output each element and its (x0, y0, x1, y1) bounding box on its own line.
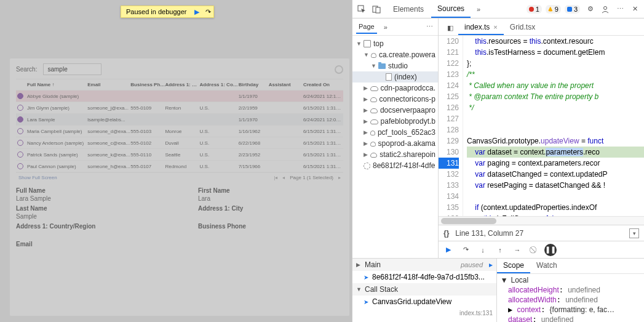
column-header[interactable]: Address 1: City (165, 82, 199, 87)
column-header[interactable]: Email (87, 82, 130, 87)
tree-item[interactable]: ▶docserverpaapro (352, 105, 438, 116)
column-header[interactable]: Created On (303, 82, 342, 87)
line-number[interactable]: 132 (439, 169, 459, 180)
table-row[interactable]: Paul Cannon (sample)someone_h@exa...555-… (16, 161, 343, 172)
navigator-tab-page[interactable]: Page (356, 20, 377, 34)
column-header[interactable]: Birthday (239, 82, 269, 87)
code-line[interactable]: CanvasGrid.prototype.updateView = funct (467, 135, 644, 147)
threads-section[interactable]: ▶ Main paused ▸ (352, 259, 496, 271)
tab-scope[interactable]: Scope (497, 259, 530, 273)
column-header[interactable]: Address 1: Coun... (200, 82, 239, 87)
scope-variable[interactable]: allocatedHeight: undefined (499, 285, 642, 295)
code-line[interactable]: * @param context The entire property b (467, 91, 644, 102)
step-into-icon[interactable]: ↓ (475, 243, 490, 257)
line-number[interactable]: 120 (439, 36, 459, 47)
line-number[interactable]: 123 (439, 69, 459, 80)
code-line[interactable]: }; (467, 58, 644, 69)
page-prev-icon[interactable]: ◂ (282, 175, 285, 180)
code-line[interactable]: this.isTestHarness = document.getElem (467, 47, 644, 58)
line-number[interactable]: 127 (439, 113, 459, 124)
line-number[interactable]: 125 (439, 91, 459, 102)
line-number[interactable]: 128 (439, 124, 459, 135)
column-header[interactable]: Business Phone (130, 82, 165, 87)
line-number[interactable]: 133 (439, 180, 459, 191)
line-number[interactable]: 130 (439, 147, 459, 158)
scope-variable[interactable]: allocatedWidth: undefined (499, 295, 642, 305)
search-input[interactable] (43, 63, 101, 75)
resume-button[interactable]: ▶ (191, 6, 202, 17)
row-selector-icon[interactable] (17, 128, 23, 134)
code-line[interactable] (467, 191, 644, 202)
callstack-section[interactable]: ▼ Call Stack (352, 283, 496, 296)
row-selector-icon[interactable] (17, 116, 23, 123)
close-devtools-icon[interactable]: ✕ (628, 2, 642, 16)
navigator-more-icon[interactable]: » (381, 20, 391, 34)
step-icon[interactable]: → (510, 243, 525, 257)
thread-item[interactable]: ➤ 8e681f2f-418f-4dfe-9a7d-d15fb3... (352, 271, 496, 283)
horizontal-scrollbar[interactable] (439, 216, 644, 225)
pretty-print-icon[interactable]: {} (443, 229, 449, 238)
thread-next-icon[interactable]: ▸ (489, 260, 493, 269)
table-row[interactable]: Lara Samplelsample@elabs...1/1/19706/24/… (16, 114, 343, 126)
file-tab[interactable]: Grid.tsx (504, 20, 541, 35)
disclosure-icon[interactable]: ▶ (364, 151, 368, 158)
disclosure-icon[interactable]: ▼ (356, 41, 361, 47)
close-tab-icon[interactable]: × (493, 23, 497, 31)
table-row[interactable]: Jim Glynn (sample)someone_j@exa...555-01… (16, 102, 343, 114)
issue-counts[interactable]: 1 9 3 (527, 5, 580, 14)
line-number[interactable]: 124 (439, 80, 459, 91)
settings-icon[interactable]: ⚙ (584, 2, 597, 16)
deactivate-breakpoints-icon[interactable]: ⃠ (527, 243, 542, 257)
disclosure-icon[interactable]: ▶ (364, 85, 368, 91)
tree-item[interactable]: ▼studio (352, 60, 438, 71)
resume-script-icon[interactable]: ▶ (441, 243, 456, 257)
line-number[interactable]: 122 (439, 58, 459, 69)
line-number[interactable]: 121 (439, 47, 459, 58)
tree-item[interactable]: ▶pcf_tools_652ac3 (352, 127, 438, 138)
tree-item[interactable]: ▼top (352, 38, 438, 49)
row-selector-icon[interactable] (17, 93, 23, 99)
line-number[interactable]: 129 (439, 135, 459, 147)
line-number[interactable]: 126 (439, 102, 459, 113)
code-line[interactable]: /** (467, 69, 644, 80)
account-icon[interactable] (598, 2, 612, 16)
column-header[interactable]: Assistant (269, 82, 303, 87)
disclosure-icon[interactable]: ▶ (364, 107, 368, 113)
coverage-toggle-icon[interactable]: ▾ (629, 228, 639, 238)
tab-elements[interactable]: Elements (387, 1, 430, 17)
file-tab[interactable]: index.ts× (458, 20, 504, 35)
step-over-icon[interactable]: ↷ (458, 243, 473, 257)
pause-on-exceptions-icon[interactable]: ❚❚ (544, 244, 557, 256)
step-over-button[interactable]: ↷ (202, 6, 213, 17)
disclosure-icon[interactable]: ▶ (364, 118, 368, 124)
row-selector-icon[interactable] (17, 163, 23, 169)
tree-item[interactable]: ▶connectoricons-p (352, 94, 438, 105)
row-selector-icon[interactable] (17, 151, 23, 158)
inspect-icon[interactable] (355, 2, 368, 16)
scope-variable[interactable]: ▶ context: {formatting: e, fac… (499, 305, 642, 315)
code-line[interactable]: var paging = context.parameters.recor (467, 158, 644, 169)
code-line[interactable] (467, 113, 644, 124)
code-line[interactable]: var datasetChanged = context.updatedP (467, 169, 644, 180)
navigator-menu-icon[interactable]: ⋯ (424, 20, 434, 34)
tab-watch[interactable]: Watch (530, 259, 563, 273)
page-first-icon[interactable]: |◂ (274, 175, 277, 180)
table-row[interactable]: Abbye Glodde (sample)1/1/19706/24/2021 1… (16, 91, 343, 102)
table-row[interactable]: Maria Campbell (sample)someone_d@exa...5… (16, 126, 343, 137)
disclosure-icon[interactable]: ▶ (364, 129, 368, 135)
callstack-frame[interactable]: ➤ CanvasGrid.updateView (352, 296, 496, 308)
tab-sources[interactable]: Sources (431, 1, 471, 18)
disclosure-icon[interactable]: ▶ (364, 140, 368, 147)
table-row[interactable]: Patrick Sands (sample)someone_k@exa...55… (16, 149, 343, 161)
toggle-navigator-icon[interactable]: ◧ (442, 20, 458, 35)
tree-item[interactable]: ▶static2.sharepoin (352, 149, 438, 160)
tree-item[interactable]: ▼ca.create.powera (352, 49, 438, 60)
tree-item[interactable]: 8e681f2f-418f-4dfe (352, 160, 438, 171)
disclosure-icon[interactable]: ▼ (364, 52, 368, 58)
kebab-menu-icon[interactable]: ⋯ (613, 2, 627, 16)
step-out-icon[interactable]: ↑ (493, 243, 507, 257)
line-number[interactable]: 135 (439, 202, 459, 213)
more-tabs-icon[interactable]: » (472, 2, 485, 16)
tree-item[interactable]: ▶pafeblobprodyt.b (352, 116, 438, 127)
tree-item[interactable]: ▶spoprod-a.akama (352, 138, 438, 149)
